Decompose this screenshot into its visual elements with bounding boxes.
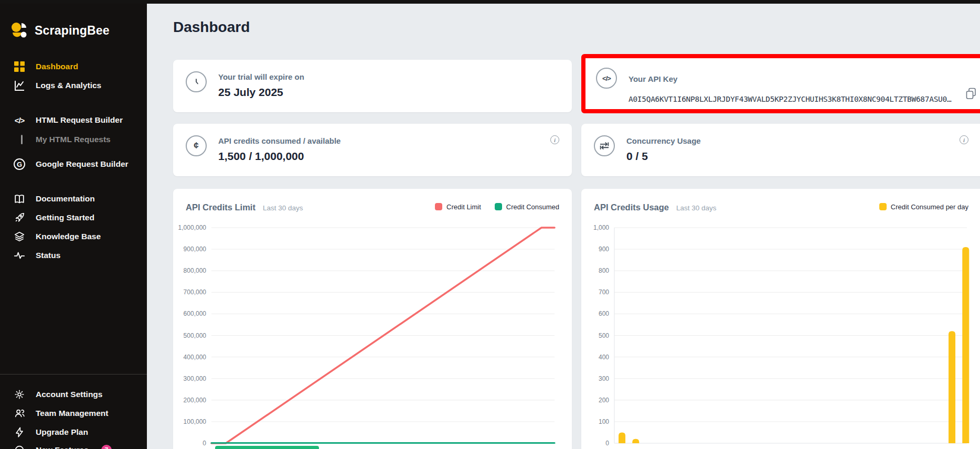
y-axis-tick-label: 600,000 (177, 310, 206, 317)
y-axis-tick-label: 700 (585, 288, 609, 296)
y-axis-tick-label: 1,000,000 (177, 224, 206, 231)
sidebar-item-new-features[interactable]: New Features 7 (13, 442, 112, 449)
y-axis-tick-label: 500,000 (177, 332, 206, 339)
sidebar: ScrapingBee Dashboard Logs & Analytics <… (0, 0, 147, 449)
layers-icon (13, 230, 26, 243)
api-key-value: A0I5QA6KVT1I6NP8LXLJRJDYF43WVALD5KP2ZJYC… (629, 95, 978, 103)
sidebar-item-dashboard[interactable]: Dashboard (13, 59, 78, 74)
y-axis-tick-label: 800 (585, 267, 609, 274)
activity-pulse-icon (13, 249, 26, 262)
sidebar-item-getting-started[interactable]: Getting Started (13, 210, 94, 226)
y-axis-tick-label: 100 (585, 418, 609, 425)
page-title: Dashboard (173, 19, 250, 36)
api-key-card: </> Your API Key A0I5QA6KVT1I6NP8LXLJRJD… (585, 58, 980, 109)
api-credits-value: 1,500 / 1,000,000 (218, 150, 340, 163)
sidebar-item-logs-analytics[interactable]: Logs & Analytics (13, 78, 101, 93)
info-icon[interactable]: i (960, 135, 968, 144)
y-axis-tick-label: 400 (585, 354, 609, 361)
top-browser-strip (0, 0, 980, 4)
code-icon: </> (13, 113, 26, 127)
analytics-chart-icon (13, 79, 26, 92)
api-key-label: Your API Key (629, 73, 677, 83)
sidebar-item-team-management[interactable]: Team Management (13, 405, 108, 421)
y-axis-tick-label: 900,000 (177, 245, 206, 253)
sidebar-item-label: Upgrade Plan (36, 427, 88, 437)
api-credits-card: ¢ API credits consumed / available 1,500… (173, 124, 572, 176)
bar-chart-plot-area: 1,0009008007006005004003002001000 (581, 189, 980, 449)
sidebar-item-my-html-requests[interactable]: My HTML Requests (13, 132, 111, 147)
y-axis-tick-label: 100,000 (177, 418, 206, 425)
y-axis-tick-label: 0 (177, 440, 206, 447)
sidebar-item-label: Logs & Analytics (36, 81, 101, 90)
sidebar-item-label: Getting Started (36, 213, 94, 222)
copy-icon[interactable] (965, 88, 977, 100)
book-icon (13, 192, 26, 206)
sidebar-item-label: Team Management (36, 409, 108, 418)
sidebar-item-upgrade-plan[interactable]: Upgrade Plan (13, 424, 88, 440)
api-credits-label: API credits consumed / available (218, 135, 340, 145)
sidebar-item-documentation[interactable]: Documentation (13, 191, 95, 207)
new-features-count-badge: 7 (101, 445, 112, 449)
code-circle-icon: </> (596, 68, 617, 89)
vertical-bar-icon (13, 133, 26, 146)
trial-expiry-date: 25 July 2025 (218, 86, 304, 99)
google-circle-icon: G (13, 157, 26, 171)
sidebar-item-label: HTML Request Builder (36, 115, 123, 125)
grid-icon (13, 60, 26, 73)
concurrency-label: Concurrency Usage (626, 135, 701, 145)
y-axis-tick-label: 200 (585, 397, 609, 404)
sidebar-item-account-settings[interactable]: Account Settings (13, 387, 102, 402)
sidebar-item-label: Documentation (36, 194, 95, 204)
cent-icon: ¢ (186, 135, 207, 156)
brand[interactable]: ScrapingBee (10, 22, 110, 39)
sidebar-item-status[interactable]: Status (13, 248, 60, 263)
sidebar-item-label: New Features (36, 445, 89, 449)
lightning-icon (13, 425, 26, 439)
team-people-icon (13, 407, 26, 420)
sidebar-item-html-request-builder[interactable]: </> HTML Request Builder (13, 112, 123, 128)
y-axis-tick-label: 1,000 (585, 224, 609, 231)
rocket-icon (13, 211, 26, 224)
y-axis-tick-label: 500 (585, 332, 609, 339)
sidebar-item-label: My HTML Requests (36, 135, 111, 144)
concurrency-arrows-icon (594, 135, 615, 156)
sidebar-item-label: Status (36, 251, 60, 260)
sidebar-item-label: Knowledge Base (36, 232, 101, 241)
brand-name: ScrapingBee (35, 24, 110, 38)
sidebar-item-knowledge-base[interactable]: Knowledge Base (13, 229, 101, 244)
scrapingbee-logo-icon (10, 22, 27, 39)
y-axis-tick-label: 900 (585, 245, 609, 253)
api-key-annotation-highlight: </> Your API Key A0I5QA6KVT1I6NP8LXLJRJD… (581, 54, 980, 113)
y-axis-tick-label: 600 (585, 310, 609, 317)
api-credits-usage-chart-card: API Credits Usage Last 30 days Credit Co… (581, 189, 980, 449)
gear-icon (13, 388, 26, 401)
scrapingbee-dashboard-screen: ScrapingBee Dashboard Logs & Analytics <… (0, 0, 980, 449)
y-axis-tick-label: 300 (585, 375, 609, 382)
sidebar-item-label: Dashboard (36, 62, 78, 71)
trial-expiry-label: Your trial will expire on (218, 71, 304, 81)
circle-outline-icon (13, 443, 26, 449)
concurrency-card: Concurrency Usage 0 / 5 i (581, 124, 980, 176)
y-axis-tick-label: 300,000 (177, 375, 206, 382)
concurrency-value: 0 / 5 (626, 150, 701, 163)
chart-zoom-slider[interactable] (215, 446, 319, 449)
info-icon[interactable]: i (550, 135, 559, 144)
sidebar-divider (0, 374, 147, 375)
clock-icon (186, 71, 207, 92)
sidebar-item-label: Account Settings (36, 390, 102, 399)
y-axis-tick-label: 200,000 (177, 397, 206, 404)
y-axis-tick-label: 700,000 (177, 288, 206, 296)
trial-expiry-card: Your trial will expire on 25 July 2025 (173, 60, 572, 112)
sidebar-item-label: Google Request Builder (36, 159, 129, 169)
y-axis-tick-label: 400,000 (177, 354, 206, 361)
api-credits-limit-chart-card: API Credits Limit Last 30 days Credit Li… (173, 189, 572, 449)
line-chart-plot-area: 1,000,000900,000800,000700,000600,000500… (173, 189, 572, 449)
y-axis-tick-label: 0 (585, 440, 609, 447)
sidebar-item-google-request-builder[interactable]: G Google Request Builder (13, 156, 129, 172)
y-axis-tick-label: 800,000 (177, 267, 206, 274)
